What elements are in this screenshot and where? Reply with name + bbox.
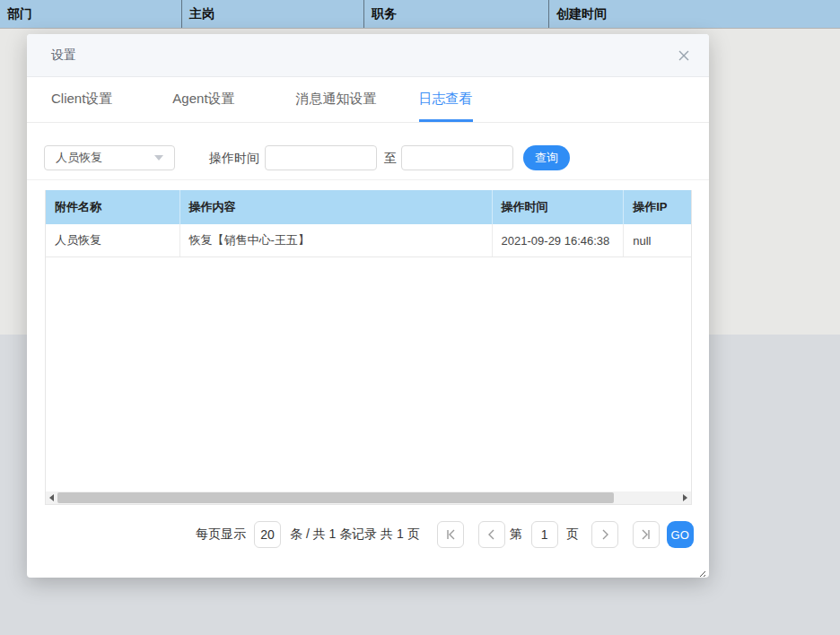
log-type-select[interactable]: 人员恢复 <box>44 145 175 170</box>
page-suffix-label: 页 <box>566 526 579 543</box>
to-label: 至 <box>384 145 397 170</box>
start-time-input[interactable] <box>265 145 377 170</box>
table-empty-area <box>46 257 691 491</box>
page-size-label: 每页显示 <box>196 526 246 543</box>
cell-operation-time: 2021-09-29 16:46:38 <box>493 224 625 257</box>
settings-modal: 设置 Client设置 Agent设置 消息通知设置 日志查看 人员恢复 操作时… <box>27 34 709 578</box>
chevron-right-icon <box>599 528 611 541</box>
cell-operation-content: 恢复【销售中心-王五】 <box>180 224 493 257</box>
tab-agent-settings[interactable]: Agent设置 <box>172 77 234 122</box>
filter-bar: 人员恢复 操作时间 至 查询 <box>27 123 709 180</box>
query-button[interactable]: 查询 <box>523 145 570 170</box>
first-page-button[interactable] <box>437 521 464 548</box>
scroll-left-button[interactable] <box>46 491 57 504</box>
modal-title: 设置 <box>51 48 76 64</box>
page-number-input[interactable] <box>531 521 558 548</box>
log-table: 附件名称 操作内容 操作时间 操作IP 人员恢复 恢复【销售中心-王五】 202… <box>45 190 692 505</box>
chevron-down-icon <box>154 155 163 161</box>
background-table-header: 部门 主岗 职务 创建时间 <box>0 0 840 29</box>
modal-header: 设置 <box>27 34 709 77</box>
log-type-select-value: 人员恢复 <box>56 150 154 166</box>
scrollbar-thumb[interactable] <box>57 492 614 503</box>
tab-log-view[interactable]: 日志查看 <box>419 77 473 122</box>
operation-time-label: 操作时间 <box>209 145 259 170</box>
cell-operation-ip: null <box>624 224 691 257</box>
page-prefix-label: 第 <box>510 526 522 543</box>
scroll-right-button[interactable] <box>679 491 691 504</box>
horizontal-scrollbar[interactable] <box>46 491 691 504</box>
bg-column-main-post: 主岗 <box>182 0 364 28</box>
cell-attachment-name: 人员恢复 <box>46 224 180 257</box>
header-cell-operation-content: 操作内容 <box>180 190 493 224</box>
pagination-bar: 每页显示 条 / 共 1 条记录 共 1 页 第 页 GO <box>196 520 694 549</box>
scroll-right-arrow-icon <box>683 494 687 501</box>
scroll-left-arrow-icon <box>49 494 54 501</box>
scrollbar-track[interactable] <box>57 491 679 504</box>
page-size-input[interactable] <box>254 521 281 548</box>
prev-page-button[interactable] <box>478 521 505 548</box>
records-summary: 条 / 共 1 条记录 共 1 页 <box>290 526 420 543</box>
bg-column-create-time: 创建时间 <box>549 0 840 28</box>
last-page-icon <box>640 528 652 541</box>
header-cell-operation-time: 操作时间 <box>493 190 625 224</box>
close-icon[interactable] <box>675 47 693 65</box>
first-page-icon <box>444 528 457 541</box>
table-header-row: 附件名称 操作内容 操作时间 操作IP <box>46 190 691 224</box>
header-cell-operation-ip: 操作IP <box>624 190 691 224</box>
tab-client-settings[interactable]: Client设置 <box>51 77 112 122</box>
last-page-button[interactable] <box>633 521 660 548</box>
next-page-button[interactable] <box>591 521 618 548</box>
table-row: 人员恢复 恢复【销售中心-王五】 2021-09-29 16:46:38 nul… <box>46 224 691 257</box>
tab-notification-settings[interactable]: 消息通知设置 <box>296 77 377 122</box>
end-time-input[interactable] <box>401 145 513 170</box>
tab-bar: Client设置 Agent设置 消息通知设置 日志查看 <box>27 77 709 123</box>
bg-column-department: 部门 <box>0 0 182 28</box>
chevron-left-icon <box>486 528 498 541</box>
bg-column-position: 职务 <box>364 0 549 28</box>
resize-handle[interactable] <box>696 565 706 575</box>
go-button[interactable]: GO <box>667 521 694 548</box>
header-cell-attachment-name: 附件名称 <box>46 190 180 224</box>
